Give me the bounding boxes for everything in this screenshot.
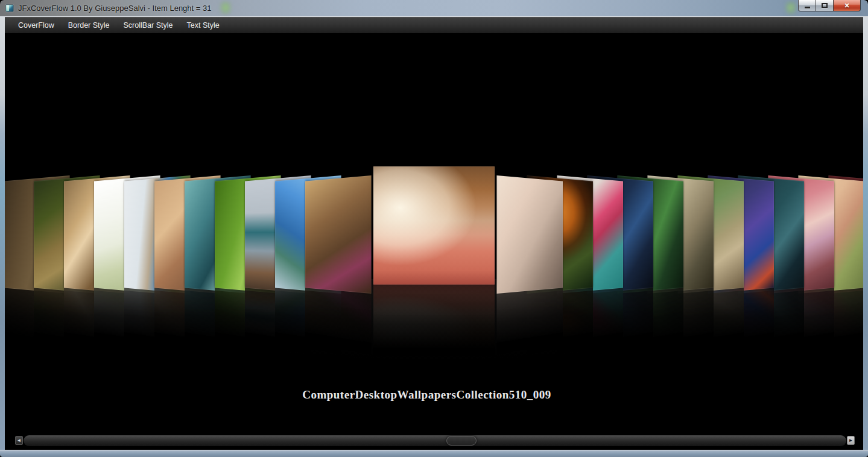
cover-reflection <box>496 288 562 355</box>
menu-text-style[interactable]: Text Style <box>182 19 225 32</box>
scrollbar-left-arrow[interactable]: ◄ <box>15 436 23 445</box>
cover-hotel-room[interactable] <box>305 175 371 294</box>
app-icon <box>5 4 14 12</box>
menu-bar: CoverFlow Border Style ScrollBar Style T… <box>5 17 863 33</box>
cover-kitten[interactable] <box>496 175 562 294</box>
scrollbar-thumb[interactable] <box>446 436 477 446</box>
cover-image <box>305 175 371 294</box>
menu-scrollbar-style[interactable]: ScrollBar Style <box>118 19 179 32</box>
app-window: JFxCoverFlow 1.0 By GiuseppeSalvi - Item… <box>0 0 868 457</box>
scrollbar-track[interactable] <box>24 435 846 446</box>
cover-reflection <box>373 285 495 356</box>
window-controls: ✕ <box>798 0 861 11</box>
selected-item-caption: ComputerDesktopWallpapersCollection510_0… <box>5 388 863 402</box>
menu-border-style[interactable]: Border Style <box>63 19 115 32</box>
coverflow-stage: ComputerDesktopWallpapersCollection510_0… <box>5 33 863 450</box>
window-border-left <box>0 17 5 450</box>
window-title: JFxCoverFlow 1.0 By GiuseppeSalvi - Item… <box>18 4 211 13</box>
glass-reflection-blob <box>786 1 796 16</box>
menu-coverflow[interactable]: CoverFlow <box>13 19 60 32</box>
window-border-bottom <box>0 450 868 457</box>
scrollbar-right-arrow[interactable]: ► <box>847 436 855 445</box>
cover-image <box>496 175 562 294</box>
arrow-left-icon: ◄ <box>17 438 22 443</box>
minimize-icon <box>805 7 810 8</box>
maximize-button[interactable] <box>816 0 833 11</box>
title-bar[interactable]: JFxCoverFlow 1.0 By GiuseppeSalvi - Item… <box>0 0 868 17</box>
window-border-right <box>863 17 868 450</box>
cover-girl-on-bed-selected[interactable] <box>373 166 495 285</box>
close-icon: ✕ <box>844 2 849 10</box>
glass-reflection-blob <box>221 1 230 16</box>
close-button[interactable]: ✕ <box>833 0 861 11</box>
cover-reflection <box>305 288 371 355</box>
cover-image <box>373 166 495 285</box>
minimize-button[interactable] <box>798 0 816 11</box>
arrow-right-icon: ► <box>849 438 854 443</box>
maximize-icon <box>822 3 828 8</box>
